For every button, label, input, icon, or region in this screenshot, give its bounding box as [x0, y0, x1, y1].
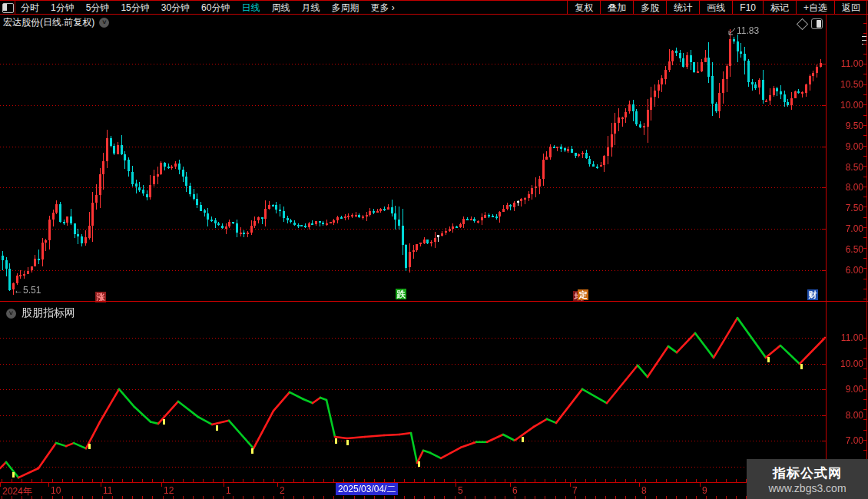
- bottom-edge-tick: [12, 496, 12, 499]
- y-axis-minor-tick: [863, 156, 866, 157]
- x-axis-minor-tick: [163, 479, 164, 482]
- x-axis-minor-tick: [495, 479, 495, 482]
- y-axis-tick: [822, 187, 826, 188]
- period-menu-item-5[interactable]: 60分钟: [201, 1, 230, 15]
- y-axis-label: 6.00: [828, 265, 863, 276]
- bottom-edge-tick: [555, 496, 556, 499]
- bottom-edge-tick: [394, 496, 395, 499]
- period-menu-item-9[interactable]: 多周期: [331, 1, 359, 15]
- period-menu-item-8[interactable]: 月线: [301, 1, 320, 15]
- bottom-edge-tick: [52, 496, 53, 499]
- tool-menu-item-0[interactable]: 复权: [567, 1, 600, 15]
- x-axis-label: 11: [103, 485, 112, 496]
- y-axis-tick: [822, 147, 826, 147]
- x-axis-minor-tick: [394, 479, 395, 482]
- y-axis-minor-tick: [863, 348, 866, 349]
- period-menu-item-4[interactable]: 30分钟: [161, 1, 190, 15]
- tool-menu-item-6[interactable]: 标记: [763, 1, 796, 15]
- x-axis-minor-tick: [223, 479, 224, 482]
- bottom-edge-tick: [354, 496, 355, 499]
- period-menu-item-10[interactable]: 更多 ›: [370, 1, 394, 15]
- bottom-edge-tick: [605, 496, 606, 499]
- x-axis-minor-tick: [92, 479, 93, 482]
- bottom-edge-tick: [585, 496, 586, 499]
- bottom-edge-tick: [535, 496, 535, 499]
- bottom-edge-tick: [22, 496, 22, 499]
- x-axis-month-tick: [456, 482, 456, 487]
- bottom-edge-tick: [515, 496, 515, 499]
- bottom-edge-tick: [736, 496, 737, 499]
- x-axis-minor-tick: [505, 479, 505, 482]
- y-axis-tick: [822, 338, 826, 339]
- period-menu-item-0[interactable]: 分时: [21, 1, 39, 15]
- selected-date-cell: 2025/03/04/二: [336, 483, 398, 495]
- y-axis-minor-tick: [863, 258, 866, 259]
- bottom-edge-tick: [333, 496, 334, 499]
- chevron-down-icon[interactable]: ˅: [6, 309, 16, 319]
- sidebar-toggle-icon[interactable]: [2, 3, 14, 13]
- period-menu-item-1[interactable]: 1分钟: [51, 1, 75, 15]
- bottom-edge-tick: [323, 496, 324, 499]
- x-axis-minor-tick: [525, 479, 525, 482]
- tool-menu-item-7[interactable]: +自选: [796, 1, 834, 15]
- x-axis-minor-tick: [696, 479, 697, 482]
- y-axis-minor-tick: [863, 217, 866, 218]
- x-axis-minor-tick: [565, 479, 566, 482]
- x-axis-month-tick: [224, 482, 224, 487]
- y-axis-tick: [822, 270, 826, 271]
- x-axis-minor-tick: [142, 479, 143, 482]
- candlestick-chart-canvas[interactable]: [0, 15, 826, 301]
- x-axis-month-tick: [639, 482, 640, 487]
- bottom-edge-tick: [696, 496, 697, 499]
- y-axis-label: 9.50: [828, 121, 863, 131]
- x-axis-minor-tick: [726, 479, 727, 482]
- y-axis-minor-tick: [863, 227, 866, 228]
- x-axis-month-tick: [48, 482, 49, 487]
- x-axis-month-tick: [0, 482, 1, 487]
- watermark-url: www.zbgs3.com: [768, 482, 846, 494]
- y-axis-minor-tick: [863, 44, 866, 45]
- y-axis-minor-tick: [863, 207, 866, 207]
- x-axis-minor-tick: [193, 479, 194, 482]
- bottom-edge-tick: [545, 496, 545, 499]
- y-axis-minor-tick: [863, 279, 866, 279]
- x-axis-minor-tick: [575, 479, 576, 482]
- period-menu: 分时1分钟5分钟15分钟30分钟60分钟日线周线月线多周期更多 ›: [21, 1, 395, 15]
- bottom-edge-tick: [645, 496, 646, 499]
- bottom-edge-tick: [72, 496, 73, 499]
- x-axis-minor-tick: [434, 479, 435, 482]
- bottom-edge-tick: [625, 496, 626, 499]
- panel-divider[interactable]: [0, 301, 868, 302]
- y-axis-minor-tick: [863, 187, 866, 187]
- bottom-edge-tick: [152, 496, 153, 499]
- xaxis-border: [0, 482, 868, 483]
- layout-toggle-cell[interactable]: [0, 1, 15, 15]
- indicator-chart-canvas[interactable]: [0, 302, 826, 482]
- x-axis-minor-tick: [666, 479, 667, 482]
- indicator-name: 股朋指标网: [22, 306, 75, 320]
- bottom-edge-tick: [283, 496, 284, 499]
- bottom-edge-tick: [193, 496, 194, 499]
- y-axis-minor-tick: [863, 94, 866, 95]
- x-axis-minor-tick: [364, 479, 365, 482]
- tool-menu-item-1[interactable]: 叠加: [600, 1, 633, 15]
- y-axis-minor-tick: [863, 125, 866, 126]
- y-axis-tick: [822, 364, 826, 365]
- y-axis-minor-tick: [863, 104, 866, 105]
- period-menu-item-6[interactable]: 日线: [241, 1, 260, 15]
- tool-menu-item-3[interactable]: 统计: [666, 1, 699, 15]
- period-menu-item-2[interactable]: 5分钟: [86, 1, 110, 15]
- bottom-edge-tick: [726, 496, 727, 499]
- tool-menu-item-8[interactable]: 返回: [834, 1, 867, 15]
- x-axis-minor-tick: [82, 479, 83, 482]
- x-axis-minor-tick: [323, 479, 324, 482]
- period-menu-item-3[interactable]: 15分钟: [121, 1, 149, 15]
- period-menu-item-7[interactable]: 周线: [271, 1, 290, 15]
- bottom-edge-tick: [102, 496, 103, 499]
- tool-menu-item-2[interactable]: 多股: [633, 1, 666, 15]
- tool-menu-item-5[interactable]: F10: [732, 1, 763, 15]
- y-axis-label: 8.00: [828, 182, 863, 193]
- y-axis-tick: [822, 389, 826, 390]
- tool-menu-item-4[interactable]: 画线: [699, 1, 732, 15]
- y-axis-label: 8.50: [828, 162, 863, 173]
